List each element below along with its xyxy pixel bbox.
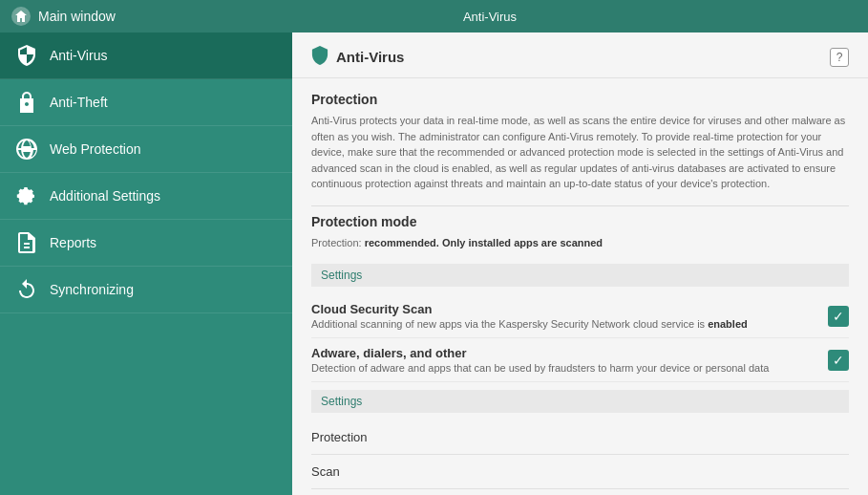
title-bar: Main window Anti-Virus xyxy=(0,0,868,32)
sidebar-label-web-protection: Web Protection xyxy=(50,141,140,157)
cloud-security-title: Cloud Security Scan xyxy=(311,302,828,316)
expandable-row-update[interactable]: Update xyxy=(311,489,849,495)
content-header: Anti-Virus ? xyxy=(292,32,868,78)
sidebar-label-reports: Reports xyxy=(50,235,96,250)
protection-mode-section: Protection mode Protection: recommended.… xyxy=(311,214,849,251)
cloud-security-desc-bold: enabled xyxy=(708,318,748,330)
sidebar-item-synchronizing[interactable]: Synchronizing xyxy=(0,267,292,313)
sidebar-item-reports[interactable]: Reports xyxy=(0,220,292,267)
cloud-security-check[interactable]: ✓ xyxy=(828,306,849,327)
lock-icon xyxy=(15,91,38,114)
shield-icon xyxy=(15,44,38,67)
adware-desc: Detection of adware and apps that can be… xyxy=(311,362,828,374)
content-title-area: Anti-Virus xyxy=(311,46,404,68)
settings-bar-2[interactable]: Settings xyxy=(311,390,849,413)
settings-bar-1[interactable]: Settings xyxy=(311,264,849,287)
content-title-text: Anti-Virus xyxy=(336,49,404,65)
cloud-security-left: Cloud Security Scan Additional scanning … xyxy=(311,302,828,330)
expandable-row-protection[interactable]: Protection xyxy=(311,420,849,455)
main-content: Anti-Virus ? Protection Anti-Virus prote… xyxy=(292,32,868,495)
sidebar-item-anti-theft[interactable]: Anti-Theft xyxy=(0,79,292,126)
protection-mode-desc-text: Protection: xyxy=(311,237,365,248)
protection-mode-desc-bold: recommended. Only installed apps are sca… xyxy=(365,237,603,248)
cloud-security-row: Cloud Security Scan Additional scanning … xyxy=(311,294,849,338)
window-center-title: Anti-Virus xyxy=(123,10,857,24)
antivirus-shield-icon xyxy=(311,46,328,68)
sidebar-label-synchronizing: Synchronizing xyxy=(50,282,134,297)
help-button[interactable]: ? xyxy=(830,48,849,67)
sidebar-label-additional-settings: Additional Settings xyxy=(50,188,160,204)
sidebar: Anti-Virus Anti-Theft Web Protection xyxy=(0,32,292,495)
sync-icon xyxy=(15,278,38,301)
app-name: Main window xyxy=(38,9,116,24)
doc-icon xyxy=(15,231,38,254)
protection-section: Protection Anti-Virus protects your data… xyxy=(311,92,849,192)
sidebar-item-web-protection[interactable]: Web Protection xyxy=(0,126,292,173)
sidebar-label-anti-theft: Anti-Theft xyxy=(50,95,108,110)
expandable-row-scan[interactable]: Scan xyxy=(311,455,849,489)
content-body: Protection Anti-Virus protects your data… xyxy=(292,78,868,495)
cloud-security-desc: Additional scanning of new apps via the … xyxy=(311,318,828,330)
adware-row: Adware, dialers, and other Detection of … xyxy=(311,338,849,382)
adware-left: Adware, dialers, and other Detection of … xyxy=(311,346,828,374)
gear-icon xyxy=(15,184,38,207)
sidebar-item-anti-virus[interactable]: Anti-Virus xyxy=(0,32,292,79)
cloud-security-desc-text: Additional scanning of new apps via the … xyxy=(311,318,708,330)
main-layout: Anti-Virus Anti-Theft Web Protection xyxy=(0,32,868,495)
divider-1 xyxy=(311,205,849,206)
adware-title: Adware, dialers, and other xyxy=(311,346,828,360)
sidebar-item-additional-settings[interactable]: Additional Settings xyxy=(0,173,292,220)
adware-check[interactable]: ✓ xyxy=(828,350,849,371)
globe-icon xyxy=(15,138,38,161)
protection-section-title: Protection xyxy=(311,92,849,107)
home-icon xyxy=(11,7,31,26)
protection-mode-title: Protection mode xyxy=(311,214,849,229)
protection-description: Anti-Virus protects your data in real-ti… xyxy=(311,113,849,192)
sidebar-label-anti-virus: Anti-Virus xyxy=(50,48,107,63)
protection-mode-desc: Protection: recommended. Only installed … xyxy=(311,235,849,251)
